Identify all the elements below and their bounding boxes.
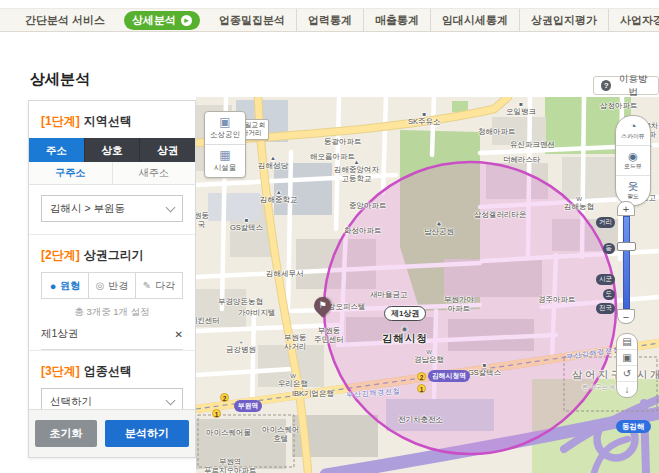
map-label: 더헤라스타 — [503, 155, 541, 164]
map-label: 중앙아파트 — [349, 201, 387, 210]
analyze-button[interactable]: 분석하기 — [105, 420, 189, 447]
map-control-label: 소상공인 — [207, 130, 243, 140]
nav-item-업력통계[interactable]: 업력통계 — [296, 9, 363, 31]
map-label: 아이스퀘어몰 — [206, 428, 251, 437]
zoom-level-전국: 전국 — [596, 303, 615, 314]
help-button-label: 이용방법 — [615, 73, 651, 99]
tab-address[interactable]: 주소 — [29, 138, 84, 162]
map-badge: 부원역 — [234, 400, 262, 412]
step2-title: [2단계]상권그리기 — [41, 247, 183, 264]
map-label: 경주아파트 — [538, 295, 576, 304]
nav-item-간단분석 서비스[interactable]: 간단분석 서비스 — [14, 9, 116, 31]
top-nav: 간단분석 서비스상세분석▸업종밀집분석업력통계매출통계임대시세통계상권입지평가사… — [0, 8, 659, 32]
region-select-value: 김해시 > 부원동 — [50, 202, 125, 216]
map-tool-icon-0[interactable]: ▤ — [617, 334, 637, 349]
map-marker-pin[interactable]: ⚑ — [310, 293, 334, 317]
map-label: 동광아파트 — [324, 137, 362, 146]
chevron-down-icon — [166, 202, 176, 212]
map-label: 부원동 사거리 — [284, 333, 307, 352]
nav-item-임대시세통계[interactable]: 임대시세통계 — [430, 9, 519, 31]
view-control-label: 스카이뷰 — [618, 133, 649, 141]
map-label: 원동 국 — [196, 211, 209, 230]
map-label: 화성아파트 — [344, 226, 382, 235]
address-subtabs: 구주소 새주소 — [29, 162, 195, 185]
help-button[interactable]: ? 이용방법 — [593, 76, 659, 95]
address-type-tabs: 주소 상호 상권 — [29, 138, 195, 162]
map-label: 삼성갤러리타운 — [474, 210, 527, 219]
map-label: 부원역 푸르지오아파트 — [204, 457, 257, 473]
category-select-value: 선택하기 — [50, 395, 92, 409]
page: 간단분석 서비스상세분석▸업종밀집분석업력통계매출통계임대시세통계상권입지평가사… — [0, 0, 659, 473]
nav-item-상권입지평가[interactable]: 상권입지평가 — [519, 9, 608, 31]
시설물-icon: ▦ — [207, 149, 243, 162]
nav-item-label: 임대시세통계 — [442, 14, 508, 26]
nav-item-label: 업력통계 — [308, 14, 352, 26]
zoom-slider-handle[interactable] — [617, 242, 636, 251]
map-tool-icon-3[interactable]: ↓ — [617, 381, 637, 397]
circle-icon: ● — [50, 280, 57, 292]
step3-tag: [3단계] — [41, 364, 80, 378]
view-control-로드뷰[interactable]: ◉로드뷰 — [616, 145, 650, 175]
map-label: 김해세무서 — [266, 269, 304, 278]
reset-button[interactable]: 초기화 — [35, 420, 97, 447]
map-label: ■SK주유소 — [408, 111, 441, 126]
map-label: 새마을금고 — [370, 290, 408, 299]
map-control-소상공인[interactable]: ▣소상공인 — [205, 112, 245, 144]
map-badge: 1 — [212, 409, 221, 418]
map-label: ▲김해중학교 — [260, 189, 298, 204]
zoom-out-button[interactable]: − — [617, 309, 635, 324]
map-label: ◉김해시청 — [382, 325, 428, 345]
map-tool-icon-1[interactable]: ▣ — [617, 349, 637, 365]
area-item-label: 제1상권 — [41, 327, 78, 341]
question-icon: ? — [601, 80, 611, 91]
step1-title: [1단계]지역선택 — [41, 113, 183, 130]
shape-circle-option[interactable]: ● 원형 — [42, 273, 88, 298]
nav-item-업종밀집분석[interactable]: 업종밀집분석 — [208, 9, 296, 31]
nav-item-label: 업종밀집분석 — [219, 14, 285, 26]
map-label: 치킨센터 — [196, 316, 220, 325]
zoom-slider-track[interactable] — [623, 216, 630, 309]
tab-business-name[interactable]: 상호 — [84, 138, 140, 162]
analysis-panel: [1단계]지역선택 주소 상호 상권 구주소 새주소 김해시 > 부원동 [2단… — [28, 100, 196, 458]
map-label: ■GS칼텍스 — [230, 217, 263, 232]
map-view-controls: ◔스카이뷰◉로드뷰웃팔도 — [615, 115, 651, 206]
shape-options: ● 원형 ◎ 반경 ✎ 다각 — [41, 272, 183, 299]
nav-item-label: 간단분석 서비스 — [25, 14, 105, 26]
shape-polygon-option[interactable]: ✎ 다각 — [135, 273, 182, 298]
map-label: W우리은행 — [278, 373, 308, 388]
tab-trade-area[interactable]: 상권 — [139, 138, 195, 162]
flag-icon: ⚑ — [314, 297, 331, 314]
step3-title: [3단계]업종선택 — [41, 363, 183, 380]
view-control-스카이뷰[interactable]: ◔스카이뷰 — [616, 116, 650, 145]
divider — [29, 234, 195, 235]
nav-item-사업자경영평가[interactable]: 사업자경영평가 — [608, 9, 659, 31]
trade-area-label: 제1상권 — [384, 306, 426, 321]
map-label: 삼정아파트 — [600, 101, 638, 110]
nav-active-icon: ▸ — [181, 15, 192, 26]
subtab-new-address[interactable]: 새주소 — [112, 162, 196, 184]
region-select[interactable]: 김해시 > 부원동 — [41, 195, 183, 222]
chevron-down-icon — [166, 395, 176, 405]
map-label: 부경양돈농협 — [218, 297, 263, 306]
view-control-label: 팔도 — [618, 193, 649, 201]
map-layer-controls: ▣소상공인▦시설물 — [204, 111, 246, 178]
zoom-level-동: 동 — [603, 243, 616, 254]
nav-item-상세분석[interactable]: 상세분석▸ — [124, 11, 200, 30]
zoom-in-button[interactable]: + — [617, 201, 635, 216]
map-tools: ▤▣↺↓ — [616, 333, 638, 398]
map-label: 유신파크맨션 — [510, 140, 555, 149]
map[interactable]: 제일교회 사거리동광아파트해오름아파트▲김해성당▲김해중앙여자 고등학교▲김해중… — [196, 97, 659, 473]
map-tool-icon-2[interactable]: ↺ — [617, 365, 637, 381]
map-control-시설물[interactable]: ▦시설물 — [205, 144, 245, 177]
zoom-level-도: 도 — [603, 289, 616, 300]
poi-icon: ◉ — [382, 325, 428, 332]
nav-item-label: 매출통계 — [375, 14, 419, 26]
map-label: 부원가야 아파트 — [444, 295, 474, 314]
nav-item-label: 상세분석 — [132, 11, 176, 30]
step1-tag: [1단계] — [41, 114, 80, 128]
subtab-old-address[interactable]: 구주소 — [29, 162, 112, 184]
map-label: 가야비지텔 — [238, 308, 276, 317]
shape-radius-option[interactable]: ◎ 반경 — [88, 273, 135, 298]
nav-item-매출통계[interactable]: 매출통계 — [363, 9, 430, 31]
remove-icon[interactable]: ✕ — [175, 329, 183, 340]
